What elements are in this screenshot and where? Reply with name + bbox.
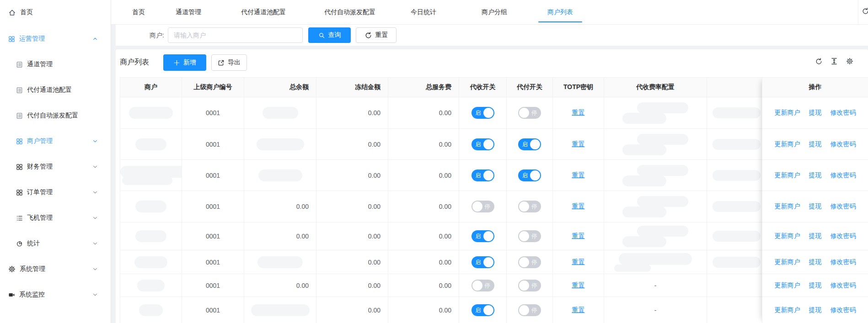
collect-switch-toggle-on[interactable]: 启 <box>472 169 494 181</box>
change-password-link[interactable]: 修改密码 <box>830 109 856 117</box>
withdraw-link[interactable]: 提现 <box>809 109 822 117</box>
redacted-blur <box>713 107 761 118</box>
sidebar-item-8[interactable]: 统计 <box>0 233 111 254</box>
sidebar-item-7[interactable]: 飞机管理 <box>0 208 111 228</box>
pay-switch-toggle-on[interactable]: 启 <box>518 169 541 181</box>
add-button[interactable]: 新增 <box>163 54 206 71</box>
update-merchant-link[interactable]: 更新商户 <box>775 306 800 314</box>
change-password-link[interactable]: 修改密码 <box>830 140 856 148</box>
parent-no-cell: 0001 <box>182 250 244 274</box>
collect-rate-cell <box>604 222 707 250</box>
withdraw-link[interactable]: 提现 <box>809 202 822 211</box>
totp-reset-link[interactable]: 重置 <box>572 109 585 117</box>
export-button[interactable]: 导出 <box>211 54 247 71</box>
change-password-link[interactable]: 修改密码 <box>830 202 856 211</box>
row-height-icon[interactable] <box>830 57 839 66</box>
tab-0[interactable]: 首页 <box>132 0 145 25</box>
pay-switch-toggle-off[interactable]: 停 <box>518 230 541 242</box>
tab-2[interactable]: 代付通道池配置 <box>241 0 286 25</box>
change-password-link[interactable]: 修改密码 <box>830 232 856 240</box>
update-merchant-link[interactable]: 更新商户 <box>775 232 800 240</box>
change-password-link[interactable]: 修改密码 <box>830 306 856 314</box>
update-merchant-link[interactable]: 更新商户 <box>775 171 800 180</box>
change-password-link[interactable]: 修改密码 <box>830 171 856 180</box>
totp-reset-link[interactable]: 重置 <box>572 232 585 240</box>
change-password-link[interactable]: 修改密码 <box>830 281 856 290</box>
collect-rate-cell <box>604 250 707 274</box>
change-password-link[interactable]: 修改密码 <box>830 258 856 266</box>
collect-rate-cell: - <box>604 297 707 323</box>
withdraw-link[interactable]: 提现 <box>809 258 822 266</box>
redacted-blur <box>251 304 310 316</box>
redacted-blur <box>713 201 761 212</box>
redacted-blur <box>713 170 761 181</box>
sidebar-item-0[interactable]: 运营管理 <box>0 29 111 49</box>
toggle-label: 启 <box>476 230 481 242</box>
toggle-knob <box>530 170 540 180</box>
collect-switch-toggle-on[interactable]: 启 <box>472 107 494 119</box>
sidebar-item-label: 商户管理 <box>27 137 53 145</box>
reset-button[interactable]: 重置 <box>356 27 396 43</box>
pay-switch-toggle-off[interactable]: 停 <box>518 304 541 316</box>
totp-reset-link[interactable]: 重置 <box>572 202 585 211</box>
sidebar-item-10[interactable]: 系统监控 <box>0 285 111 305</box>
redacted-blur <box>257 256 303 268</box>
tab-3[interactable]: 代付自动派发配置 <box>324 0 375 25</box>
sidebar-item-2[interactable]: 代付通道池配置 <box>0 80 111 100</box>
sidebar-item-home[interactable]: 首页 <box>0 2 111 22</box>
update-merchant-link[interactable]: 更新商户 <box>775 258 800 266</box>
update-merchant-link[interactable]: 更新商户 <box>775 140 800 148</box>
sidebar-item-9[interactable]: 系统管理 <box>0 259 111 279</box>
sidebar-item-3[interactable]: 代付自动派发配置 <box>0 106 111 126</box>
tab-1[interactable]: 通道管理 <box>176 0 201 25</box>
nav-divider <box>858 0 858 24</box>
collect-switch-toggle-off[interactable]: 停 <box>472 201 494 212</box>
totp-reset-link[interactable]: 重置 <box>572 140 585 148</box>
sidebar-item-4[interactable]: 商户管理 <box>0 131 111 151</box>
withdraw-link[interactable]: 提现 <box>809 281 822 290</box>
withdraw-link[interactable]: 提现 <box>809 171 822 180</box>
withdraw-link[interactable]: 提现 <box>809 140 822 148</box>
sidebar-item-5[interactable]: 财务管理 <box>0 157 111 177</box>
merchant-search-input[interactable] <box>168 27 303 43</box>
totp-reset-link[interactable]: 重置 <box>572 258 585 266</box>
collect-switch-toggle-on[interactable]: 启 <box>472 230 494 242</box>
totp-reset-link[interactable]: 重置 <box>572 171 585 180</box>
redacted-blur <box>622 236 666 247</box>
withdraw-link[interactable]: 提现 <box>809 232 822 240</box>
tab-4[interactable]: 今日统计 <box>411 0 436 25</box>
pay-switch-toggle-off[interactable]: 停 <box>518 107 541 119</box>
update-merchant-link[interactable]: 更新商户 <box>775 109 800 117</box>
pay-switch-toggle-off[interactable]: 停 <box>518 201 541 212</box>
empty-dash: - <box>654 307 657 314</box>
tab-6[interactable]: 商户列表 <box>547 0 573 25</box>
pay-switch-toggle-off[interactable]: 停 <box>518 256 541 268</box>
service_fee-value: 0.00 <box>439 109 451 116</box>
collect-switch-toggle-on[interactable]: 启 <box>472 138 494 150</box>
pay-switch-toggle-off[interactable]: 停 <box>518 280 541 291</box>
redacted-blur <box>637 134 688 145</box>
table-row: 00010.000.00启启重置 <box>120 160 868 191</box>
pay-switch-toggle-on[interactable]: 启 <box>518 138 541 150</box>
collect-switch-toggle-on[interactable]: 启 <box>472 304 494 316</box>
tab-5[interactable]: 商户分组 <box>482 0 507 25</box>
grid-icon <box>16 164 23 170</box>
update-merchant-link[interactable]: 更新商户 <box>775 281 800 290</box>
update-merchant-link[interactable]: 更新商户 <box>775 202 800 211</box>
redacted-blur <box>713 257 761 268</box>
sidebar-item-1[interactable]: 通道管理 <box>0 54 111 74</box>
document-icon <box>16 112 23 119</box>
nav-refresh-icon[interactable] <box>862 7 868 15</box>
totp-reset-link[interactable]: 重置 <box>572 281 585 290</box>
sidebar-item-6[interactable]: 订单管理 <box>0 182 111 202</box>
collect-switch-toggle-off[interactable]: 停 <box>472 280 494 291</box>
withdraw-link[interactable]: 提现 <box>809 306 822 314</box>
collect-switch-cell: 启 <box>459 222 507 250</box>
sidebar-item-label: 代付自动派发配置 <box>27 111 78 120</box>
table-refresh-icon[interactable] <box>814 57 823 66</box>
totp-reset-link[interactable]: 重置 <box>572 306 585 314</box>
collect-switch-toggle-on[interactable]: 启 <box>472 256 494 268</box>
query-button[interactable]: 查询 <box>308 27 351 43</box>
frozen-cell: 0.00 <box>316 274 388 297</box>
column-settings-icon[interactable] <box>845 57 854 66</box>
